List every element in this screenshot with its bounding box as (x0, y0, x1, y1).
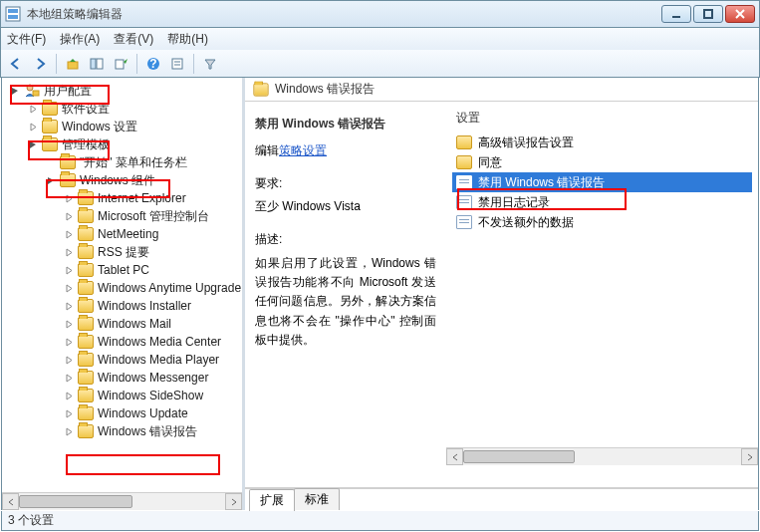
folder-icon (78, 424, 94, 438)
tree-node[interactable]: Microsoft 管理控制台 (64, 207, 242, 225)
scroll-left-button[interactable] (2, 493, 19, 510)
tree-node[interactable]: Windows Installer (64, 297, 242, 315)
menu-file[interactable]: 文件(F) (7, 31, 46, 48)
titlebar: 本地组策略编辑器 (0, 0, 760, 28)
tree-node-software[interactable]: 软件设置 (28, 100, 242, 118)
scroll-thumb[interactable] (463, 450, 575, 463)
setting-row[interactable]: 高级错误报告设置 (452, 133, 752, 152)
tree-node[interactable]: Tablet PC (64, 261, 242, 279)
description-label: 描述: (255, 231, 436, 248)
tree-node[interactable]: Windows Media Center (64, 333, 242, 351)
policy-icon (456, 195, 472, 209)
window-title: 本地组策略编辑器 (27, 6, 661, 23)
tree-label: NetMeeting (98, 227, 158, 241)
menu-help[interactable]: 帮助(H) (167, 31, 208, 48)
content-header: Windows 错误报告 (245, 78, 758, 102)
tree-node[interactable]: Windows SideShow (64, 387, 242, 404)
settings-list-pane: 设置 高级错误报告设置同意禁用 Windows 错误报告禁用日志记录不发送额外的… (446, 102, 758, 487)
setting-label: 同意 (478, 154, 502, 171)
folder-icon (78, 281, 94, 295)
scroll-right-button[interactable] (225, 493, 242, 510)
tree-label: 用户配置 (44, 83, 92, 100)
edit-label: 编辑 (255, 143, 279, 157)
tree-label: Windows 错误报告 (98, 423, 197, 440)
separator (56, 54, 57, 74)
folder-icon (253, 83, 268, 96)
svg-rect-10 (116, 60, 124, 69)
up-button[interactable] (62, 53, 84, 75)
right-panel: Windows 错误报告 禁用 Windows 错误报告 编辑策略设置 要求: … (245, 78, 758, 510)
menu-view[interactable]: 查看(V) (114, 31, 153, 48)
maximize-button[interactable] (693, 5, 723, 23)
setting-label: 禁用 Windows 错误报告 (478, 174, 605, 191)
tree-node[interactable]: Windows Update (64, 404, 242, 422)
tree-label: Windows Media Center (98, 335, 221, 349)
statusbar: 3 个设置 (1, 511, 759, 531)
show-hide-tree-button[interactable] (86, 53, 108, 75)
tree-node[interactable]: Internet Explorer (64, 189, 242, 207)
tree-node[interactable]: Windows Messenger (64, 369, 242, 387)
scroll-left-button[interactable] (446, 448, 463, 465)
tree-node-win-components[interactable]: Windows 组件 (46, 171, 242, 189)
tree-label: Tablet PC (98, 263, 149, 277)
folder-icon (78, 209, 94, 223)
folder-icon (60, 173, 76, 187)
list-hscroll[interactable] (446, 447, 758, 465)
svg-point-16 (27, 85, 33, 91)
menu-action[interactable]: 操作(A) (60, 31, 100, 48)
tree-node[interactable]: Windows 错误报告 (64, 422, 242, 440)
policy-icon (456, 175, 472, 189)
tab-standard[interactable]: 标准 (294, 488, 340, 510)
folder-icon (60, 155, 76, 169)
svg-rect-17 (33, 91, 39, 96)
svg-rect-2 (8, 15, 18, 19)
scroll-right-button[interactable] (741, 448, 758, 465)
folder-icon (78, 406, 94, 420)
status-text: 3 个设置 (8, 512, 54, 529)
properties-button[interactable] (166, 53, 188, 75)
close-button[interactable] (725, 5, 755, 23)
folder-icon (78, 227, 94, 241)
tree-node[interactable]: Windows Mail (64, 315, 242, 333)
tree-node-startmenu[interactable]: "开始" 菜单和任务栏 (46, 153, 242, 171)
scroll-track[interactable] (463, 448, 741, 465)
back-button[interactable] (5, 53, 27, 75)
setting-row[interactable]: 同意 (452, 152, 752, 172)
folder-icon (42, 137, 58, 151)
svg-rect-4 (704, 10, 712, 18)
selected-setting-title: 禁用 Windows 错误报告 (255, 116, 436, 133)
tree-node[interactable]: RSS 提要 (64, 243, 242, 261)
scroll-thumb[interactable] (19, 495, 132, 508)
toolbar: ? (0, 50, 760, 78)
tree-label: Internet Explorer (98, 191, 186, 205)
tree[interactable]: 用户配置 软件设置 Windows 设置 管理模板 "开始" 菜单和任务栏 Wi… (2, 78, 242, 490)
tree-node[interactable]: NetMeeting (64, 225, 242, 243)
separator (136, 54, 137, 74)
forward-button[interactable] (29, 53, 51, 75)
tree-node[interactable]: Windows Media Player (64, 351, 242, 369)
export-button[interactable] (110, 53, 131, 75)
tree-node-user-config[interactable]: 用户配置 (10, 82, 242, 100)
tree-label: RSS 提要 (98, 244, 149, 261)
tree-label: Windows Anytime Upgrade (98, 281, 241, 295)
setting-row[interactable]: 不发送额外的数据 (452, 212, 752, 232)
user-icon (24, 83, 40, 99)
help-button[interactable]: ? (142, 53, 164, 75)
details-pane: 禁用 Windows 错误报告 编辑策略设置 要求: 至少 Windows Vi… (245, 102, 446, 487)
edit-policy-link[interactable]: 策略设置 (279, 143, 327, 157)
tree-node-admin-templates[interactable]: 管理模板 (28, 135, 242, 153)
tree-node-winsettings[interactable]: Windows 设置 (28, 118, 242, 135)
tree-hscroll[interactable] (2, 492, 242, 510)
setting-row[interactable]: 禁用 Windows 错误报告 (452, 172, 752, 192)
minimize-button[interactable] (661, 5, 691, 23)
tree-label: Microsoft 管理控制台 (98, 208, 209, 225)
column-header-setting[interactable]: 设置 (452, 110, 752, 127)
tree-label: Windows Mail (98, 317, 171, 331)
filter-button[interactable] (199, 53, 221, 75)
scroll-track[interactable] (19, 493, 225, 510)
setting-row[interactable]: 禁用日志记录 (452, 192, 752, 212)
tab-extended[interactable]: 扩展 (249, 489, 295, 511)
tree-node[interactable]: Windows Anytime Upgrade (64, 279, 242, 297)
folder-icon (78, 353, 94, 367)
svg-rect-1 (8, 9, 18, 13)
